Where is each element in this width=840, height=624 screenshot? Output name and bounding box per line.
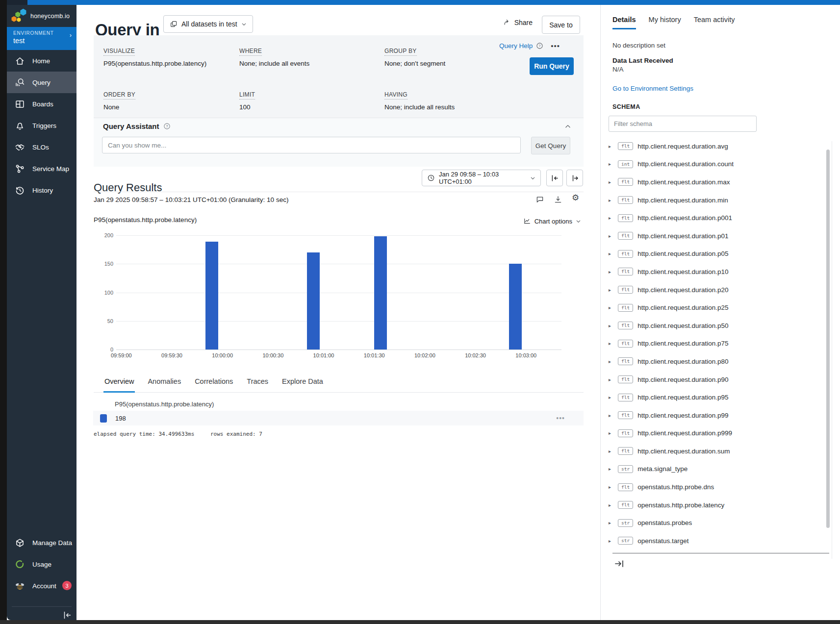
run-query-button[interactable]: Run Query — [530, 57, 574, 75]
expand-triangle-icon[interactable]: ▸ — [609, 377, 613, 382]
schema-field-meta-signal-type[interactable]: ▸strmeta.signal_type — [609, 460, 829, 478]
table-row[interactable]: 198 ••• — [93, 411, 584, 425]
builder-field-label[interactable]: ORDER BY — [103, 91, 135, 100]
schema-field-http-client-request-duration-count[interactable]: ▸inthttp.client.request.duration.count — [609, 155, 829, 174]
schema-field-openstatus-http-probe-latency[interactable]: ▸fltopenstatus.http.probe.latency — [609, 496, 829, 514]
expand-triangle-icon[interactable]: ▸ — [609, 430, 613, 436]
expand-triangle-icon[interactable]: ▸ — [609, 484, 613, 490]
query-help-link[interactable]: Query Help — [499, 42, 533, 50]
schema-field-http-client-request-duration-p80[interactable]: ▸flthttp.client.request.duration.p80 — [609, 352, 829, 371]
schema-field-http-client-request-duration-p75[interactable]: ▸flthttp.client.request.duration.p75 — [609, 335, 829, 353]
expand-triangle-icon[interactable]: ▸ — [609, 179, 613, 185]
builder-field-label[interactable]: WHERE — [239, 48, 262, 56]
time-back-button[interactable] — [546, 170, 563, 186]
scrollbar-thumb[interactable] — [826, 150, 830, 528]
chart-bar[interactable] — [307, 252, 320, 349]
download-icon[interactable] — [554, 195, 562, 204]
schema-field-http-client-request-duration-max[interactable]: ▸flthttp.client.request.duration.max — [609, 173, 829, 191]
sidebar-item-manage-data[interactable]: Manage Data — [7, 532, 76, 553]
expand-triangle-icon[interactable]: ▸ — [609, 233, 613, 239]
get-query-button[interactable]: Get Query — [531, 137, 570, 154]
expand-triangle-icon[interactable]: ▸ — [609, 287, 613, 293]
schema-field-http-client-request-duration-p05[interactable]: ▸flthttp.client.request.duration.p05 — [609, 245, 829, 263]
builder-field-value[interactable]: None; don't segment — [384, 60, 546, 67]
help-circle-icon[interactable]: ? — [163, 123, 171, 130]
time-forward-button[interactable] — [566, 170, 583, 186]
panel-collapse-button[interactable] — [613, 558, 625, 570]
builder-field-label[interactable]: VISUALIZE — [103, 48, 135, 56]
gear-icon[interactable]: ⚙ — [572, 194, 579, 202]
expand-triangle-icon[interactable]: ▸ — [609, 359, 613, 364]
schema-field-http-client-request-duration-p999[interactable]: ▸flthttp.client.request.duration.p999 — [609, 424, 829, 443]
builder-field-value[interactable]: None; include all results — [384, 103, 546, 111]
expand-triangle-icon[interactable]: ▸ — [609, 323, 613, 328]
sidebar-item-account[interactable]: Account3 — [7, 575, 76, 597]
schema-field-http-client-request-duration-min[interactable]: ▸flthttp.client.request.duration.min — [609, 191, 829, 209]
tab-details[interactable]: Details — [612, 16, 636, 29]
save-to-button[interactable]: Save to — [542, 16, 580, 34]
builder-field-value[interactable]: P95(openstatus.http.probe.latency) — [103, 60, 239, 67]
chart-bar[interactable] — [509, 264, 522, 349]
tab-anomalies[interactable]: Anomalies — [147, 374, 182, 393]
schema-field-http-client-request-duration-p01[interactable]: ▸flthttp.client.request.duration.p01 — [609, 227, 829, 245]
sidebar-item-triggers[interactable]: Triggers — [7, 115, 76, 136]
row-overflow-menu-icon[interactable]: ••• — [556, 414, 565, 422]
environment-switcher[interactable]: ENVIRONMENT test › — [7, 27, 76, 50]
schema-field-http-client-request-duration-avg[interactable]: ▸flthttp.client.request.duration.avg — [609, 137, 829, 155]
builder-field-label[interactable]: GROUP BY — [384, 48, 417, 56]
honeycomb-logo[interactable]: honeycomb.io — [7, 5, 76, 27]
time-range-picker[interactable]: Jan 29 09:58 – 10:03 UTC+01:00 — [422, 170, 541, 186]
assistant-prompt-input[interactable] — [102, 137, 521, 153]
expand-triangle-icon[interactable]: ▸ — [609, 466, 613, 472]
schema-field-http-client-request-duration-sum[interactable]: ▸flthttp.client.request.duration.sum — [609, 442, 829, 460]
builder-field-value[interactable]: 100 — [239, 103, 384, 111]
sidebar-collapse-button[interactable] — [62, 610, 73, 621]
builder-field-value[interactable]: None; include all events — [239, 60, 384, 67]
chart-bar[interactable] — [374, 236, 387, 349]
overflow-menu-icon[interactable]: ••• — [551, 42, 560, 50]
expand-triangle-icon[interactable]: ▸ — [609, 538, 613, 544]
builder-field-value[interactable]: None — [103, 103, 239, 111]
chart-options-button[interactable]: Chart options — [523, 217, 581, 225]
expand-triangle-icon[interactable]: ▸ — [609, 251, 613, 256]
tab-my-history[interactable]: My history — [649, 16, 681, 29]
comment-icon[interactable] — [535, 195, 544, 204]
schema-field-http-client-request-duration-p20[interactable]: ▸flthttp.client.request.duration.p20 — [609, 281, 829, 299]
builder-field-label[interactable]: LIMIT — [239, 91, 255, 100]
tab-traces[interactable]: Traces — [246, 374, 269, 393]
expand-triangle-icon[interactable]: ▸ — [609, 269, 613, 275]
sidebar-item-home[interactable]: Home — [7, 50, 76, 72]
tab-explore-data[interactable]: Explore Data — [281, 374, 324, 393]
expand-triangle-icon[interactable]: ▸ — [609, 305, 613, 310]
chart-bar[interactable] — [205, 242, 218, 349]
sidebar-item-boards[interactable]: Boards — [7, 93, 76, 115]
expand-triangle-icon[interactable]: ▸ — [609, 198, 613, 203]
help-circle-icon[interactable]: ? — [536, 42, 543, 50]
collapse-assistant-button[interactable] — [564, 123, 571, 130]
tab-correlations[interactable]: Correlations — [194, 374, 234, 393]
tab-team-activity[interactable]: Team activity — [694, 16, 735, 29]
expand-triangle-icon[interactable]: ▸ — [609, 215, 613, 221]
schema-filter-input[interactable] — [609, 116, 757, 132]
expand-triangle-icon[interactable]: ▸ — [609, 520, 613, 525]
sidebar-item-history[interactable]: History — [7, 179, 76, 201]
dataset-selector[interactable]: All datasets in test — [163, 15, 253, 33]
expand-triangle-icon[interactable]: ▸ — [609, 161, 613, 167]
expand-triangle-icon[interactable]: ▸ — [609, 449, 613, 454]
expand-triangle-icon[interactable]: ▸ — [609, 144, 613, 149]
expand-triangle-icon[interactable]: ▸ — [609, 502, 613, 508]
schema-field-http-client-request-duration-p50[interactable]: ▸flthttp.client.request.duration.p50 — [609, 317, 829, 335]
schema-field-openstatus-target[interactable]: ▸stropenstatus.target — [609, 532, 829, 550]
schema-field-openstatus-http-probe-dns[interactable]: ▸fltopenstatus.http.probe.dns — [609, 478, 829, 496]
sidebar-item-usage[interactable]: Usage — [7, 553, 76, 575]
tab-overview[interactable]: Overview — [103, 374, 135, 393]
expand-triangle-icon[interactable]: ▸ — [609, 341, 613, 346]
schema-field-http-client-request-duration-p25[interactable]: ▸flthttp.client.request.duration.p25 — [609, 299, 829, 317]
schema-field-http-client-request-duration-p10[interactable]: ▸flthttp.client.request.duration.p10 — [609, 263, 829, 281]
schema-field-http-client-request-duration-p95[interactable]: ▸flthttp.client.request.duration.p95 — [609, 388, 829, 406]
schema-field-http-client-request-duration-p001[interactable]: ▸flthttp.client.request.duration.p001 — [609, 209, 829, 227]
schema-field-http-client-request-duration-p99[interactable]: ▸flthttp.client.request.duration.p99 — [609, 406, 829, 424]
schema-field-http-client-request-duration-p90[interactable]: ▸flthttp.client.request.duration.p90 — [609, 371, 829, 389]
expand-triangle-icon[interactable]: ▸ — [609, 395, 613, 400]
schema-field-openstatus-probes[interactable]: ▸stropenstatus.probes — [609, 514, 829, 532]
